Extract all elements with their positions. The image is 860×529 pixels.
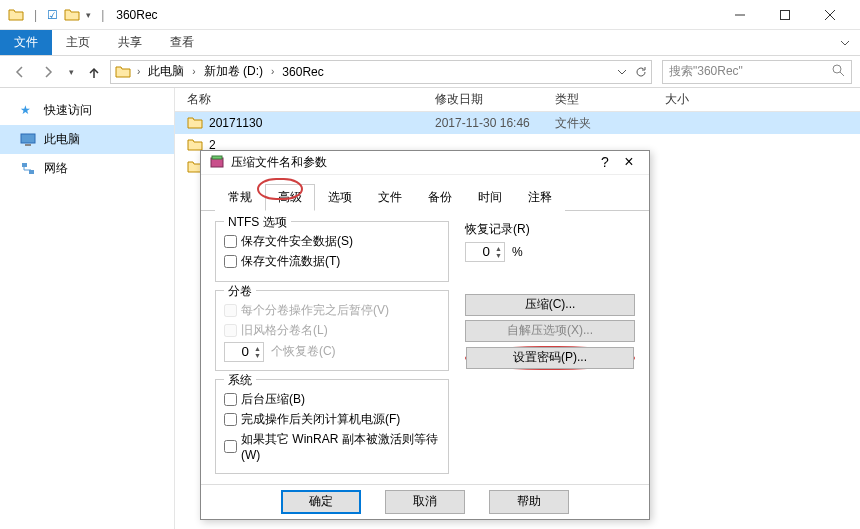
folder-icon <box>8 7 24 23</box>
tab-advanced[interactable]: 高级 <box>265 184 315 211</box>
sidebar-item-label: 网络 <box>44 160 68 177</box>
recovery-volumes-label: 个恢复卷(C) <box>271 343 336 360</box>
pc-icon <box>20 132 36 148</box>
arrow-left-icon <box>13 65 27 79</box>
column-name[interactable]: 名称 <box>175 91 435 108</box>
folder-icon[interactable] <box>64 7 80 23</box>
minimize-icon <box>735 10 745 20</box>
breadcrumb[interactable]: 360Rec <box>280 65 325 79</box>
maximize-button[interactable] <box>762 0 807 30</box>
breadcrumb[interactable]: 此电脑 <box>146 63 186 80</box>
search-icon[interactable] <box>832 64 845 80</box>
percent-label: % <box>512 245 523 259</box>
tab-backup[interactable]: 备份 <box>415 184 465 211</box>
sidebar: ★ 快速访问 此电脑 网络 <box>0 88 175 529</box>
svg-rect-1 <box>780 10 789 19</box>
checkbox-save-security[interactable]: 保存文件安全数据(S) <box>224 233 440 250</box>
window-titlebar: | ☑ ▾ | 360Rec <box>0 0 860 30</box>
dialog-footer: 确定 取消 帮助 <box>201 484 649 519</box>
dialog-close-button[interactable]: × <box>617 153 641 171</box>
svg-point-5 <box>833 65 841 73</box>
checkbox-pause-after-volume: 每个分卷操作完之后暂停(V) <box>224 302 440 319</box>
checkbox-old-style-names: 旧风格分卷名(L) <box>224 322 440 339</box>
column-type[interactable]: 类型 <box>555 91 665 108</box>
svg-rect-12 <box>212 156 222 159</box>
checkbox-wait-other[interactable]: 如果其它 WinRAR 副本被激活则等待(W) <box>224 431 440 462</box>
sidebar-item-label: 此电脑 <box>44 131 80 148</box>
spinner-arrows[interactable]: ▲▼ <box>254 345 261 359</box>
winrar-icon <box>209 154 225 170</box>
nav-back-button[interactable] <box>8 60 32 84</box>
svg-rect-7 <box>21 134 35 143</box>
qat: | ☑ ▾ | <box>8 7 108 23</box>
dialog-help-button[interactable]: ? <box>593 154 617 170</box>
file-date: 2017-11-30 16:46 <box>435 116 555 130</box>
tab-comment[interactable]: 注释 <box>515 184 565 211</box>
column-date[interactable]: 修改日期 <box>435 91 555 108</box>
ribbon-tab-home[interactable]: 主页 <box>52 30 104 55</box>
help-button[interactable]: 帮助 <box>489 490 569 514</box>
recovery-record-label: 恢复记录(R) <box>465 221 635 238</box>
ribbon-tab-share[interactable]: 共享 <box>104 30 156 55</box>
network-icon <box>20 161 36 177</box>
chevron-down-icon[interactable] <box>617 67 627 77</box>
tab-general[interactable]: 常规 <box>215 184 265 211</box>
arrow-right-icon <box>41 65 55 79</box>
dialog-tabs: 常规 高级 选项 文件 备份 时间 注释 <box>201 175 649 211</box>
address-bar[interactable]: › 此电脑 › 新加卷 (D:) › 360Rec <box>110 60 652 84</box>
arrow-up-icon <box>87 65 101 79</box>
cancel-button[interactable]: 取消 <box>385 490 465 514</box>
search-input[interactable]: 搜索"360Rec" <box>662 60 852 84</box>
ntfs-group: NTFS 选项 保存文件安全数据(S) 保存文件流数据(T) <box>215 221 449 282</box>
checkbox-background[interactable]: 后台压缩(B) <box>224 391 440 408</box>
folder-icon <box>187 115 203 131</box>
close-button[interactable] <box>807 0 852 30</box>
file-name: 20171130 <box>209 116 262 130</box>
system-group: 系统 后台压缩(B) 完成操作后关闭计算机电源(F) 如果其它 WinRAR 副… <box>215 379 449 474</box>
compress-button[interactable]: 压缩(C)... <box>465 294 635 316</box>
refresh-icon[interactable] <box>635 66 647 78</box>
sidebar-item-label: 快速访问 <box>44 102 92 119</box>
ribbon-file-tab[interactable]: 文件 <box>0 30 52 55</box>
chevron-right-icon[interactable]: › <box>269 66 276 77</box>
tab-files[interactable]: 文件 <box>365 184 415 211</box>
checkbox-save-streams[interactable]: 保存文件流数据(T) <box>224 253 440 270</box>
maximize-icon <box>780 10 790 20</box>
ok-button[interactable]: 确定 <box>281 490 361 514</box>
chevron-down-icon <box>840 38 850 48</box>
sidebar-item-this-pc[interactable]: 此电脑 <box>0 125 174 154</box>
sidebar-item-quick-access[interactable]: ★ 快速访问 <box>0 96 174 125</box>
column-size[interactable]: 大小 <box>665 91 745 108</box>
nav-history-dropdown[interactable]: ▾ <box>64 67 78 77</box>
qat-sep: | <box>101 8 104 22</box>
qat-check-icon[interactable]: ☑ <box>47 8 58 22</box>
dialog-title: 压缩文件名和参数 <box>231 154 593 171</box>
volume-group: 分卷 每个分卷操作完之后暂停(V) 旧风格分卷名(L) ▲▼ 个恢复卷(C) <box>215 290 449 371</box>
chevron-right-icon[interactable]: › <box>190 66 197 77</box>
checkbox-shutdown[interactable]: 完成操作后关闭计算机电源(F) <box>224 411 440 428</box>
tab-time[interactable]: 时间 <box>465 184 515 211</box>
column-headers: 名称 修改日期 类型 大小 <box>175 88 860 112</box>
ribbon-tab-view[interactable]: 查看 <box>156 30 208 55</box>
folder-icon <box>115 64 131 80</box>
breadcrumb[interactable]: 新加卷 (D:) <box>202 63 265 80</box>
ribbon-expand-button[interactable] <box>830 30 860 55</box>
star-icon: ★ <box>20 103 36 119</box>
window-title: 360Rec <box>116 8 157 22</box>
svg-rect-8 <box>25 144 31 146</box>
tab-options[interactable]: 选项 <box>315 184 365 211</box>
qat-dropdown-icon[interactable]: ▾ <box>86 10 91 20</box>
file-type: 文件夹 <box>555 115 665 132</box>
nav-forward-button[interactable] <box>36 60 60 84</box>
chevron-right-icon[interactable]: › <box>135 66 142 77</box>
spinner-arrows[interactable]: ▲▼ <box>495 245 502 259</box>
table-row[interactable]: 20171130 2017-11-30 16:46 文件夹 <box>175 112 860 134</box>
navbar: ▾ › 此电脑 › 新加卷 (D:) › 360Rec 搜索"360Rec" <box>0 56 860 88</box>
sfx-options-button[interactable]: 自解压选项(X)... <box>465 320 635 342</box>
minimize-button[interactable] <box>717 0 762 30</box>
sidebar-item-network[interactable]: 网络 <box>0 154 174 183</box>
nav-up-button[interactable] <box>82 60 106 84</box>
set-password-button[interactable]: 设置密码(P)... <box>466 347 634 369</box>
annotation-circle: 设置密码(P)... <box>465 346 635 370</box>
svg-rect-10 <box>29 170 34 174</box>
